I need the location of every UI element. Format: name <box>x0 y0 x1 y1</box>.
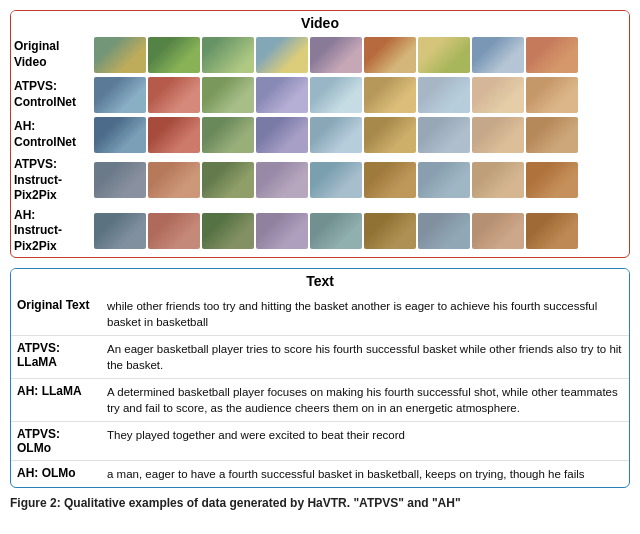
thumb-ah2-7 <box>418 213 470 249</box>
text-table: Original Text while other friends too tr… <box>11 293 629 488</box>
thumb-ah1-4 <box>256 117 308 153</box>
thumb-atpvs2-7 <box>418 162 470 198</box>
thumb-atpvs1-2 <box>148 77 200 113</box>
thumb-orig-2 <box>148 37 200 73</box>
thumbnails-row <box>94 213 626 249</box>
thumb-atpvs2-1 <box>94 162 146 198</box>
thumb-orig-4 <box>256 37 308 73</box>
thumb-atpvs1-9 <box>526 77 578 113</box>
thumb-atpvs2-3 <box>202 162 254 198</box>
thumb-atpvs2-6 <box>364 162 416 198</box>
table-row: AH: Instruct-Pix2Pix <box>11 206 629 257</box>
thumb-ah1-6 <box>364 117 416 153</box>
thumbnails-cell <box>91 155 629 206</box>
thumb-orig-9 <box>526 37 578 73</box>
text-content-ah-llama: A determined basketball player focuses o… <box>101 378 629 421</box>
thumbnails-cell <box>91 75 629 115</box>
video-section: Video Original Video <box>10 10 630 258</box>
thumb-ah2-2 <box>148 213 200 249</box>
text-label-atpvs-olmo: ATPVS: OLMo <box>11 422 101 461</box>
video-section-title: Video <box>11 11 629 35</box>
thumb-atpvs1-6 <box>364 77 416 113</box>
thumb-atpvs1-4 <box>256 77 308 113</box>
row-label-original-video: Original Video <box>11 35 91 75</box>
thumb-ah1-9 <box>526 117 578 153</box>
thumb-ah1-1 <box>94 117 146 153</box>
thumbnails-row <box>94 117 626 153</box>
text-section-title: Text <box>11 269 629 293</box>
text-section: Text Original Text while other friends t… <box>10 268 630 489</box>
thumb-ah2-6 <box>364 213 416 249</box>
thumb-ah1-7 <box>418 117 470 153</box>
thumbnails-row <box>94 37 626 73</box>
thumbnails-cell <box>91 115 629 155</box>
table-row: ATPVS: Instruct-Pix2Pix <box>11 155 629 206</box>
text-label-original: Original Text <box>11 293 101 336</box>
thumb-atpvs2-2 <box>148 162 200 198</box>
thumb-ah2-1 <box>94 213 146 249</box>
thumb-atpvs1-3 <box>202 77 254 113</box>
thumb-orig-7 <box>418 37 470 73</box>
thumb-atpvs1-1 <box>94 77 146 113</box>
thumb-ah2-5 <box>310 213 362 249</box>
thumb-atpvs1-8 <box>472 77 524 113</box>
text-content-atpvs-olmo: They played together and were excited to… <box>101 422 629 461</box>
text-content-original: while other friends too try and hitting … <box>101 293 629 336</box>
table-row: ATPVS: OLMo They played together and wer… <box>11 422 629 461</box>
thumb-atpvs1-7 <box>418 77 470 113</box>
caption-text: Qualitative examples of data generated b… <box>61 496 461 510</box>
thumb-ah2-9 <box>526 213 578 249</box>
thumb-atpvs2-9 <box>526 162 578 198</box>
text-label-ah-llama: AH: LLaMA <box>11 378 101 421</box>
thumb-atpvs2-5 <box>310 162 362 198</box>
thumb-ah2-4 <box>256 213 308 249</box>
thumb-ah1-2 <box>148 117 200 153</box>
row-label-atpvs-pix2pix: ATPVS: Instruct-Pix2Pix <box>11 155 91 206</box>
thumbnails-row <box>94 162 626 198</box>
thumb-atpvs2-8 <box>472 162 524 198</box>
table-row: Original Video <box>11 35 629 75</box>
table-row: AH: ControlNet <box>11 115 629 155</box>
row-label-ah-controlnet: AH: ControlNet <box>11 115 91 155</box>
text-content-atpvs-llama: An eager basketball player tries to scor… <box>101 335 629 378</box>
thumbnails-cell <box>91 35 629 75</box>
thumb-orig-5 <box>310 37 362 73</box>
table-row: AH: OLMo a man, eager to have a fourth s… <box>11 461 629 488</box>
text-label-atpvs-llama: ATPVS: LLaMA <box>11 335 101 378</box>
thumb-orig-1 <box>94 37 146 73</box>
text-label-ah-olmo: AH: OLMo <box>11 461 101 488</box>
thumbnails-cell <box>91 206 629 257</box>
thumb-ah2-3 <box>202 213 254 249</box>
thumb-atpvs1-5 <box>310 77 362 113</box>
thumb-atpvs2-4 <box>256 162 308 198</box>
thumb-orig-3 <box>202 37 254 73</box>
video-table: Original Video <box>11 35 629 257</box>
row-label-ah-pix2pix: AH: Instruct-Pix2Pix <box>11 206 91 257</box>
table-row: AH: LLaMA A determined basketball player… <box>11 378 629 421</box>
table-row: ATPVS: LLaMA An eager basketball player … <box>11 335 629 378</box>
row-label-atpvs-controlnet: ATPVS: ControlNet <box>11 75 91 115</box>
thumbnails-row <box>94 77 626 113</box>
thumb-ah1-8 <box>472 117 524 153</box>
thumb-orig-8 <box>472 37 524 73</box>
thumb-ah1-3 <box>202 117 254 153</box>
text-content-ah-olmo: a man, eager to have a fourth successful… <box>101 461 629 488</box>
thumb-ah1-5 <box>310 117 362 153</box>
table-row: Original Text while other friends too tr… <box>11 293 629 336</box>
thumb-orig-6 <box>364 37 416 73</box>
table-row: ATPVS: ControlNet <box>11 75 629 115</box>
thumb-ah2-8 <box>472 213 524 249</box>
figure-caption: Figure 2: Qualitative examples of data g… <box>10 496 630 510</box>
caption-prefix: Figure 2: <box>10 496 61 510</box>
